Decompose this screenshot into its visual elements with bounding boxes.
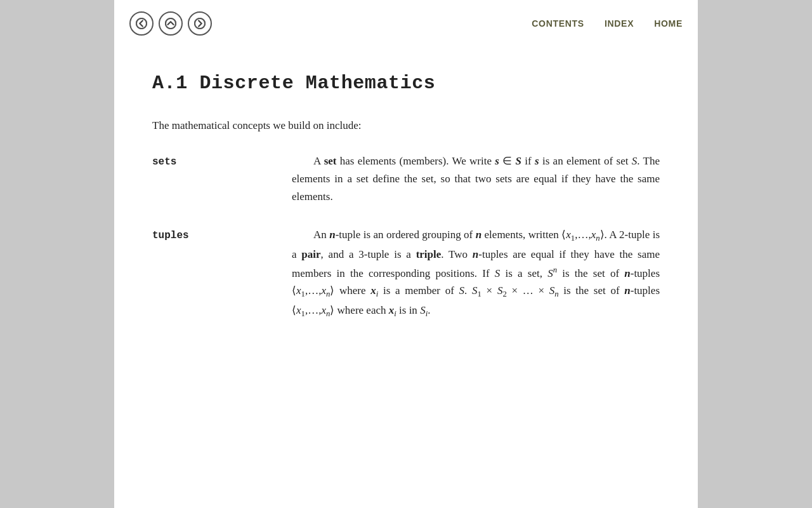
svg-point-2: [195, 18, 205, 29]
body-tuples: An n-tuple is an ordered grouping of n e…: [254, 226, 660, 341]
definition-list: sets A set has elements (members). We wr…: [152, 152, 660, 341]
body-sets: A set has elements (members). We write s…: [254, 152, 660, 226]
nav-arrows: [129, 11, 212, 36]
forward-button[interactable]: [188, 11, 212, 36]
content-area: A.1 Discrete Mathematics The mathematica…: [114, 47, 698, 379]
svg-point-0: [136, 18, 147, 29]
index-link[interactable]: INDEX: [605, 18, 634, 29]
page-container: CONTENTS INDEX HOME A.1 Discrete Mathema…: [114, 0, 698, 508]
svg-point-1: [166, 18, 176, 29]
term-sets: sets: [152, 152, 254, 226]
up-button[interactable]: [159, 11, 183, 36]
chapter-title: A.1 Discrete Mathematics: [152, 72, 660, 94]
definition-item-tuples: tuples An n-tuple is an ordered grouping…: [152, 226, 660, 341]
nav-links: CONTENTS INDEX HOME: [532, 18, 683, 29]
definition-item-sets: sets A set has elements (members). We wr…: [152, 152, 660, 226]
home-link[interactable]: HOME: [654, 18, 683, 29]
nav-bar: CONTENTS INDEX HOME: [114, 0, 698, 47]
intro-paragraph: The mathematical concepts we build on in…: [152, 119, 660, 132]
back-button[interactable]: [129, 11, 154, 36]
contents-link[interactable]: CONTENTS: [532, 18, 584, 29]
term-tuples: tuples: [152, 226, 254, 341]
